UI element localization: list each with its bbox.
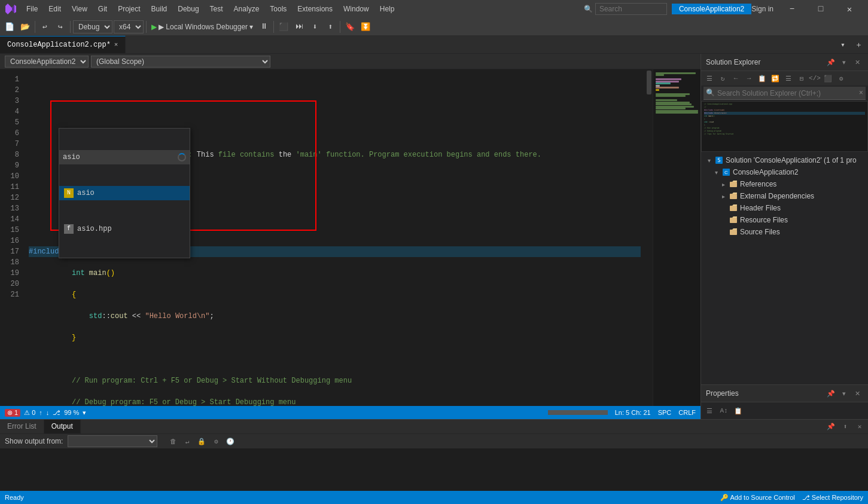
tree-item-references[interactable]: ▸ References xyxy=(701,178,868,190)
properties-pin-btn[interactable]: 📌 xyxy=(825,387,837,399)
tree-item-solution[interactable]: ▾ S Solution 'ConsoleApplication2' (1 of… xyxy=(701,154,868,166)
zoom-dropdown-btn[interactable]: ▾ xyxy=(83,409,86,417)
output-source-select[interactable] xyxy=(68,435,157,447)
se-toggle-btn[interactable]: 🔁 xyxy=(769,72,781,84)
breakpoint-btn[interactable]: ⬛ xyxy=(276,20,291,34)
tree-item-source-files[interactable]: ▸ Source Files xyxy=(701,226,868,238)
menu-file[interactable]: File xyxy=(22,4,42,14)
output-clear-btn[interactable]: 🗑 xyxy=(167,435,179,447)
tab-bar-actions: ▾ ＋ xyxy=(836,36,868,53)
redo-btn[interactable]: ↪ xyxy=(53,20,68,34)
output-float-btn[interactable]: ⬆ xyxy=(839,421,851,433)
tab-consoleapplication2-cpp[interactable]: ConsoleApplication2.cpp* × xyxy=(0,36,126,53)
svg-rect-10 xyxy=(730,218,737,223)
header-files-icon xyxy=(729,203,738,213)
code-text-area[interactable]: asio N asio f asio.hpp // ConsoleApplica… xyxy=(24,69,645,406)
bookmark-next-btn[interactable]: ⏬ xyxy=(358,20,373,34)
output-close-btn[interactable]: ✕ xyxy=(854,421,866,433)
menu-git[interactable]: Git xyxy=(93,4,112,14)
search-input[interactable] xyxy=(595,3,667,15)
tree-item-header-files[interactable]: ▸ Header Files xyxy=(701,202,868,214)
menu-debug[interactable]: Debug xyxy=(173,4,203,14)
se-pending-changes-btn[interactable]: 📋 xyxy=(756,72,768,84)
run-button[interactable]: ▶ ▶ Local Windows Debugger ▾ xyxy=(149,22,255,32)
prop-pages-btn[interactable]: 📋 xyxy=(732,405,744,417)
minimize-button[interactable]: − xyxy=(778,0,806,18)
menu-view[interactable]: View xyxy=(67,4,92,14)
output-scroll-lock-btn[interactable]: 🔒 xyxy=(196,435,208,447)
error-count-badge[interactable]: ⊗ 1 xyxy=(5,409,20,417)
maximize-button[interactable]: □ xyxy=(807,0,835,18)
properties-close-btn[interactable]: ✕ xyxy=(851,387,863,399)
se-settings-btn[interactable]: ⚙ xyxy=(835,72,847,84)
panel-pin-btn[interactable]: 📌 xyxy=(825,56,837,68)
attach-btn[interactable]: ⏸ xyxy=(257,20,271,34)
undo-btn[interactable]: ↩ xyxy=(38,20,52,34)
global-scope-select[interactable]: (Global Scope) xyxy=(91,56,270,68)
se-forward-btn[interactable]: → xyxy=(743,72,755,84)
se-collapse-btn[interactable]: ⊟ xyxy=(796,72,808,84)
output-header: Show output from: 🗑 ↵ 🔒 ⚙ 🕐 xyxy=(0,434,868,448)
source-files-label: Source Files xyxy=(740,228,780,236)
panel-close-btn[interactable]: ✕ xyxy=(851,56,863,68)
debug-config-dropdown[interactable]: Debug xyxy=(73,20,112,33)
bookmark-btn[interactable]: 🔖 xyxy=(343,20,357,34)
se-refresh-btn[interactable]: ↻ xyxy=(717,72,729,84)
output-tab[interactable]: Output xyxy=(44,420,81,433)
menu-window[interactable]: Window xyxy=(339,4,374,14)
output-pin-btn[interactable]: 📌 xyxy=(825,421,837,433)
autocomplete-item-asio-hpp[interactable]: f asio.hpp xyxy=(59,222,190,236)
menu-build[interactable]: Build xyxy=(147,4,172,14)
output-word-wrap-btn[interactable]: ↵ xyxy=(181,435,193,447)
solution-search-input[interactable] xyxy=(717,89,859,97)
tree-item-resource-files[interactable]: ▸ Resource Files xyxy=(701,214,868,226)
platform-dropdown[interactable]: x64 xyxy=(114,20,144,33)
autocomplete-item-asio[interactable]: N asio xyxy=(59,186,190,200)
se-filter-btn[interactable]: ☰ xyxy=(782,72,794,84)
menu-tools[interactable]: Tools xyxy=(265,4,291,14)
prop-alpha-btn[interactable]: A↕ xyxy=(718,405,730,417)
tree-arrow-project: ▾ xyxy=(712,169,720,176)
tab-dropdown-btn[interactable]: ▾ xyxy=(836,38,850,52)
down-nav-btn[interactable]: ↓ xyxy=(46,409,50,416)
autocomplete-popup[interactable]: asio N asio f asio.hpp xyxy=(59,128,190,258)
se-back-btn[interactable]: ← xyxy=(730,72,742,84)
tree-item-external-deps[interactable]: ▸ External Dependencies xyxy=(701,190,868,202)
se-design-view-btn[interactable]: ⬛ xyxy=(822,72,834,84)
up-nav-btn[interactable]: ↑ xyxy=(39,409,42,416)
open-btn[interactable]: 📂 xyxy=(18,20,32,34)
solution-explorer-search[interactable]: 🔍 × xyxy=(703,87,866,100)
step-out-btn[interactable]: ⬆ xyxy=(323,20,337,34)
prop-categories-btn[interactable]: ☰ xyxy=(703,405,715,417)
warning-badge[interactable]: ⚠ 0 xyxy=(24,409,35,417)
menu-help[interactable]: Help xyxy=(375,4,400,14)
editor-scrollbar[interactable] xyxy=(645,69,653,406)
tree-item-project[interactable]: ▾ C ConsoleApplication2 xyxy=(701,166,868,178)
signin-link[interactable]: Sign in xyxy=(751,5,773,13)
menu-project[interactable]: Project xyxy=(113,4,145,14)
new-tab-btn[interactable]: ＋ xyxy=(851,38,866,52)
select-repo-btn[interactable]: ⎇ Select Repository xyxy=(802,494,863,502)
output-timestamp-btn[interactable]: 🕐 xyxy=(224,435,236,447)
error-list-tab[interactable]: Error List xyxy=(0,420,44,433)
code-content[interactable]: 1 2 3 4 5 6 7 8 9 10 11 12 13 14 15 16 1 xyxy=(0,69,653,406)
step-in-btn[interactable]: ⬇ xyxy=(307,20,322,34)
git-branch-btn[interactable]: ⎇ xyxy=(53,409,60,417)
svg-rect-12 xyxy=(730,230,737,235)
tab-close-btn[interactable]: × xyxy=(114,41,118,48)
menu-extensions[interactable]: Extensions xyxy=(293,4,337,14)
se-code-view-btn[interactable]: </> xyxy=(809,72,821,84)
new-project-btn[interactable]: 📄 xyxy=(2,20,17,34)
menu-edit[interactable]: Edit xyxy=(44,4,66,14)
close-button[interactable]: ✕ xyxy=(836,0,863,18)
search-clear-btn[interactable]: × xyxy=(859,89,863,97)
menu-analyze[interactable]: Analyze xyxy=(229,4,264,14)
properties-dropdown-btn[interactable]: ▾ xyxy=(838,387,850,399)
step-over-btn[interactable]: ⏭ xyxy=(292,20,306,34)
output-settings-btn[interactable]: ⚙ xyxy=(210,435,222,447)
se-properties-btn[interactable]: ☰ xyxy=(703,72,715,84)
panel-dropdown-btn[interactable]: ▾ xyxy=(838,56,850,68)
file-scope-select[interactable]: ConsoleApplication2 xyxy=(5,56,89,68)
add-to-source-btn[interactable]: 🔑 Add to Source Control xyxy=(720,494,795,502)
menu-test[interactable]: Test xyxy=(205,4,228,14)
